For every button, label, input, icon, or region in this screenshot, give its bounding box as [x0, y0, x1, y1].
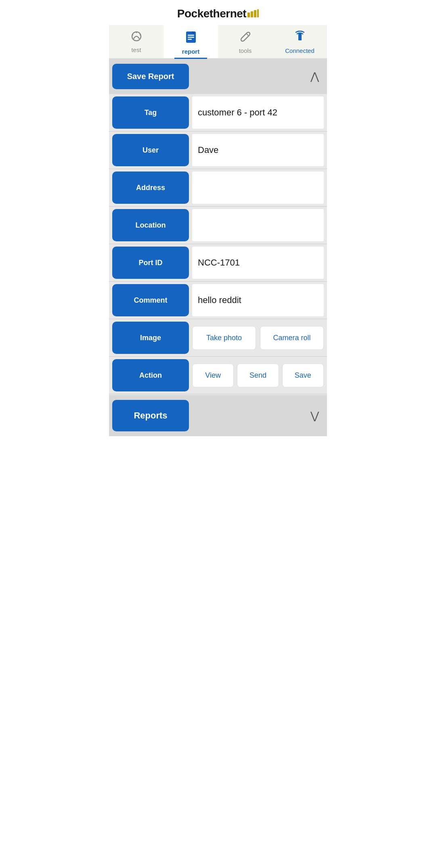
tab-test-label: test [131, 46, 141, 53]
reports-section: Reports ⋁ [109, 395, 327, 436]
svg-rect-0 [247, 13, 250, 17]
form-rows: Tag User Address Location [109, 94, 327, 394]
collapse-chevron[interactable]: ⋀ [310, 70, 319, 83]
location-input[interactable] [192, 209, 324, 241]
port-id-row: Port ID [109, 244, 327, 282]
app-header: Pockethernet [109, 0, 327, 25]
save-report-section: Save Report ⋀ [109, 59, 327, 94]
tab-connected[interactable]: Connected [272, 25, 327, 58]
user-row: User [109, 132, 327, 169]
save-report-button[interactable]: Save Report [112, 64, 189, 89]
svg-rect-14 [298, 39, 302, 40]
send-button[interactable]: Send [237, 364, 279, 387]
action-row: Action View Send Save [109, 357, 327, 394]
comment-input[interactable] [192, 284, 324, 316]
tab-connected-label: Connected [285, 47, 314, 54]
tag-button[interactable]: Tag [112, 96, 189, 129]
address-row: Address [109, 169, 327, 207]
camera-roll-button[interactable]: Camera roll [260, 326, 324, 350]
address-input[interactable] [192, 172, 324, 204]
address-button[interactable]: Address [112, 172, 189, 204]
logo-icon [247, 9, 259, 17]
tab-report-label: report [182, 48, 199, 55]
action-button[interactable]: Action [112, 359, 189, 391]
action-buttons-group: View Send Save [192, 357, 327, 394]
port-id-button[interactable]: Port ID [112, 247, 189, 279]
svg-rect-3 [257, 9, 259, 17]
nav-tabs: test report tools [109, 25, 327, 59]
view-button[interactable]: View [192, 364, 234, 387]
image-buttons-group: Take photo Camera roll [192, 319, 327, 356]
svg-rect-11 [188, 39, 192, 40]
svg-rect-13 [298, 33, 302, 40]
tag-row: Tag [109, 94, 327, 132]
svg-rect-9 [188, 35, 194, 36]
tab-tools[interactable]: tools [218, 25, 272, 58]
location-row: Location [109, 207, 327, 244]
comment-row: Comment [109, 282, 327, 319]
port-id-input[interactable] [192, 247, 324, 279]
tag-input[interactable] [192, 96, 324, 129]
connected-icon [293, 31, 306, 46]
test-icon [130, 31, 143, 45]
svg-line-6 [132, 35, 133, 35]
svg-line-7 [140, 35, 141, 35]
app-logo: Pockethernet [177, 7, 259, 20]
comment-button[interactable]: Comment [112, 284, 189, 316]
tab-tools-label: tools [239, 47, 252, 54]
svg-line-12 [247, 34, 248, 36]
image-row: Image Take photo Camera roll [109, 319, 327, 357]
tools-icon [239, 31, 252, 46]
user-button[interactable]: User [112, 134, 189, 166]
tab-report[interactable]: report [164, 25, 218, 58]
save-button[interactable]: Save [282, 364, 324, 387]
main-content: Save Report ⋀ Tag User Address [109, 59, 327, 436]
location-button[interactable]: Location [112, 209, 189, 241]
svg-rect-1 [251, 11, 253, 17]
expand-chevron[interactable]: ⋁ [310, 410, 319, 422]
svg-rect-10 [188, 37, 194, 38]
report-icon [185, 31, 197, 46]
user-input[interactable] [192, 134, 324, 166]
svg-rect-2 [254, 10, 256, 17]
reports-button[interactable]: Reports [112, 400, 189, 431]
tab-test[interactable]: test [109, 25, 164, 58]
image-button[interactable]: Image [112, 322, 189, 354]
take-photo-button[interactable]: Take photo [192, 326, 256, 350]
